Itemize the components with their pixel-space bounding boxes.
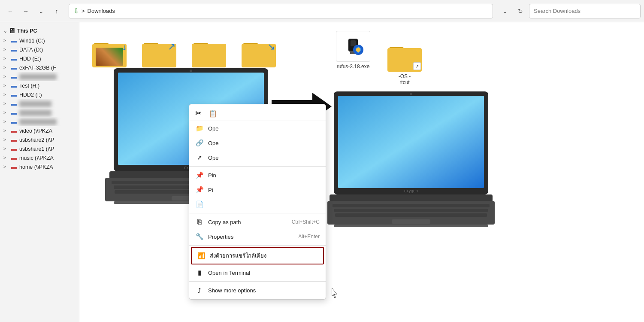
address-right: ⌄ ↻: [498, 4, 527, 18]
sidebar-label: xxxxxxxxxx@: [19, 110, 51, 116]
ctx-pin-start[interactable]: 📌 Pi: [189, 182, 326, 197]
sidebar-label: usbshare1 (\\P: [19, 146, 54, 152]
ctx-show-more[interactable]: ⤴ Show more options: [189, 283, 326, 298]
macos-label: -OS -rtcut: [399, 73, 411, 85]
right-section: rufus-3.18.exe ↗ -OS -rtcut: [323, 29, 495, 235]
shortcut-icon: ↗: [413, 62, 421, 70]
share-nearby-icon: 📶: [197, 252, 206, 260]
ctx-open[interactable]: 📁 Ope: [189, 121, 326, 136]
open-with-icon: 🔗: [195, 139, 204, 147]
pin-icon: 📌: [195, 171, 204, 179]
svg-rect-25: [334, 209, 488, 212]
main-layout: ⌄ 🖥 This PC > ▬ Win11 (C:) > ▬ DATA (D:)…: [0, 22, 644, 322]
ctx-properties-label: Properties: [208, 234, 294, 240]
sidebar-this-pc[interactable]: ⌄ 🖥 This PC: [0, 26, 79, 36]
chevron-down-icon: ⌄: [3, 29, 7, 33]
folder-arrow1[interactable]: ↗: [138, 38, 181, 69]
svg-rect-24: [333, 204, 490, 207]
dropdown-button[interactable]: ⌄: [498, 4, 512, 18]
ctx-open-terminal-label: Open in Terminal: [208, 270, 320, 276]
sidebar-item-usbshare1[interactable]: > ▬ usbshare1 (\\P: [0, 144, 79, 153]
chevron-icon: >: [3, 164, 9, 169]
sidebar-label: video (\\PKZA: [19, 128, 52, 134]
sidebar-item-video[interactable]: > ▬ video (\\PKZA: [0, 126, 79, 135]
ctx-open-terminal[interactable]: ▮ Open in Terminal: [189, 265, 326, 280]
ctx-share-nearby[interactable]: 📶 ส่งด้วยการแชร์ใกล้เคียง: [192, 248, 323, 264]
ctx-copy-path-label: Copy as path: [208, 219, 287, 225]
recent-button[interactable]: ⌄: [34, 4, 48, 18]
sidebar-label: usbshare2 (\\P: [19, 137, 54, 143]
svg-marker-29: [332, 288, 337, 298]
drive-icon: ▬: [11, 91, 17, 98]
hidden-icon: 📄: [195, 200, 204, 209]
drive-icon: ▬: [11, 100, 17, 107]
folder-arrow2[interactable]: ↘: [237, 38, 280, 69]
sidebar-item-blurred1[interactable]: > ▬ xxxxxxxx@gma: [0, 72, 79, 81]
search-input[interactable]: [529, 4, 641, 18]
ctx-pin-start-label: Pi: [208, 187, 320, 193]
sidebar-item-blurred2[interactable]: > ▬ xxxxxxxxxx@: [0, 99, 79, 108]
copy-icon[interactable]: 📋: [209, 109, 217, 118]
sidebar-item-blurred3[interactable]: > ▬ xxxxxxxxxx@: [0, 108, 79, 117]
ctx-open-label: Ope: [208, 125, 320, 132]
chevron-icon: >: [3, 65, 9, 70]
ctx-show-more-label: Show more options: [208, 287, 320, 294]
sidebar-item-test-h[interactable]: > ▬ Test (H:): [0, 81, 79, 90]
open-new-icon: ➚: [195, 153, 204, 162]
chevron-icon: >: [3, 38, 9, 43]
pc-icon: 🖥: [9, 27, 15, 35]
ctx-open-new[interactable]: ➚ Ope: [189, 150, 326, 165]
ctx-open-new-label: Ope: [208, 155, 320, 161]
up-button[interactable]: ↑: [50, 4, 63, 18]
show-more-icon: ⤴: [195, 286, 204, 295]
svg-rect-13: [351, 40, 356, 46]
sidebar-label: Win11 (C:): [19, 38, 45, 44]
drive-icon: ▬: [11, 146, 17, 152]
sidebar-label: music (\\PKZA: [19, 155, 54, 161]
folder-thumb[interactable]: ↗: [88, 38, 131, 69]
rufus-file[interactable]: rufus-3.18.exe: [332, 29, 375, 87]
chevron-icon: >: [3, 101, 9, 106]
content-area: ↗ ↗: [79, 22, 644, 322]
context-menu: ✂ 📋 📁 Ope 🔗 Ope ➚ Ope 📌: [189, 104, 326, 300]
sidebar-item-hdd2-i[interactable]: > ▬ HDD2 (I:): [0, 90, 79, 99]
sidebar-item-exfat[interactable]: > ▬ exFAT-32GB (F: [0, 63, 79, 72]
sidebar-item-data-d[interactable]: > ▬ DATA (D:): [0, 45, 79, 54]
sidebar-item-music[interactable]: > ▬ music (\\PKZA: [0, 153, 79, 162]
sidebar-item-home[interactable]: > ▬ home (\\PKZA: [0, 162, 79, 171]
chevron-icon: >: [3, 92, 9, 97]
chevron-icon: >: [3, 155, 9, 160]
pin-start-icon: 📌: [195, 185, 204, 194]
ctx-copy-path[interactable]: ⎘ Copy as path Ctrl+Shift+C: [189, 215, 326, 229]
sidebar-item-hdd-e[interactable]: > ▬ HDD (E:): [0, 54, 79, 63]
address-folder-label: Downloads: [88, 8, 115, 14]
drive-icon: ▬: [11, 55, 17, 62]
download-folder-icon: ⇩: [73, 7, 79, 15]
ctx-pin-quick[interactable]: 📌 Pin: [189, 168, 326, 182]
ctx-open-with[interactable]: 🔗 Ope: [189, 136, 326, 150]
laptop-right: oxygen: [327, 91, 495, 235]
address-bar[interactable]: ⇩ > Downloads: [69, 4, 493, 18]
ctx-properties[interactable]: 🔧 Properties Alt+Enter: [189, 229, 326, 244]
folder-plain[interactable]: [187, 38, 230, 69]
sidebar-label: HDD2 (I:): [19, 92, 42, 98]
ctx-share-nearby-wrapper: 📶 ส่งด้วยการแชร์ใกล้เคียง: [191, 247, 324, 264]
sidebar-item-blurred4[interactable]: > ▬ xxxxxxxx@gma: [0, 117, 79, 126]
chevron-icon: >: [3, 47, 9, 52]
properties-icon: 🔧: [195, 232, 204, 241]
sidebar-item-win11[interactable]: > ▬ Win11 (C:): [0, 36, 79, 45]
macos-shortcut[interactable]: ↗ -OS -rtcut: [383, 42, 426, 87]
chevron-icon: >: [3, 137, 9, 142]
drive-icon: ▬: [11, 164, 17, 170]
rufus-label: rufus-3.18.exe: [337, 64, 370, 70]
ctx-hidden[interactable]: 📄: [189, 197, 326, 212]
drive-icon: ▬: [11, 109, 17, 116]
sidebar-item-usbshare2[interactable]: > ▬ usbshare2 (\\P: [0, 135, 79, 144]
drive-icon: ▬: [11, 73, 17, 80]
back-button[interactable]: ←: [3, 4, 17, 18]
refresh-button[interactable]: ↻: [514, 4, 527, 18]
forward-button[interactable]: →: [19, 4, 33, 18]
sidebar: ⌄ 🖥 This PC > ▬ Win11 (C:) > ▬ DATA (D:)…: [0, 22, 79, 322]
cut-icon[interactable]: ✂: [195, 109, 202, 118]
sidebar-label: DATA (D:): [19, 47, 43, 53]
